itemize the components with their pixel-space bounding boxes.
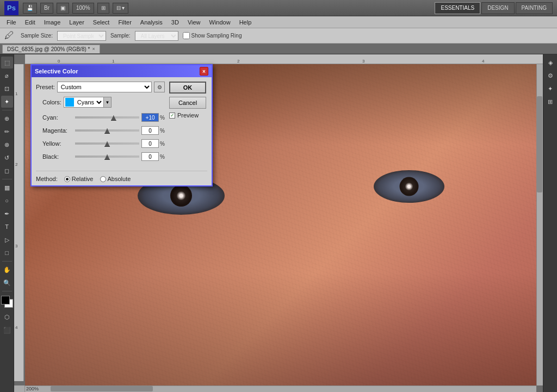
preview-row: ✓ Preview (169, 112, 207, 119)
black-slider-track[interactable] (75, 151, 139, 162)
samples-select[interactable]: All Layers (135, 31, 178, 41)
menu-window[interactable]: Window (205, 18, 235, 27)
cyan-input[interactable] (141, 113, 159, 122)
cancel-button[interactable]: Cancel (169, 97, 206, 109)
tool-history-brush[interactable]: ↺ (1, 152, 13, 164)
bridge-button[interactable]: Br (40, 3, 53, 14)
tool-gradient[interactable]: ▦ (1, 182, 13, 194)
tool-quick-mask[interactable]: ⬡ (1, 311, 13, 323)
show-sampling-ring-label[interactable]: Show Sampling Ring (183, 32, 242, 39)
menu-view[interactable]: View (183, 18, 205, 27)
color-boxes[interactable] (1, 296, 13, 308)
arrange-button[interactable]: ⊞ (97, 3, 109, 14)
tool-path-selection[interactable]: ▷ (1, 234, 13, 246)
panel-tool-1[interactable]: ◈ (544, 57, 556, 69)
top-bar: Ps 💾 Br ▣ 100% ⊞ ⊟ ▾ ESSENTIALS DESIGN P… (0, 0, 557, 16)
colors-select-wrap[interactable]: Cyans ▼ (64, 97, 112, 108)
menu-3d[interactable]: 3D (167, 18, 183, 27)
ok-button[interactable]: OK (169, 82, 206, 94)
yellow-input[interactable] (141, 139, 159, 148)
tab-bar: DSC_6835.jpg @ 200% (RGB/8) * × (0, 43, 557, 54)
panel-tool-2[interactable]: ⚙ (544, 70, 556, 82)
tool-zoom[interactable]: 🔍 (1, 277, 13, 289)
cyan-thumb[interactable] (111, 115, 116, 121)
sample-size-select[interactable]: Point Sample (57, 31, 106, 41)
tool-clone[interactable]: ⊗ (1, 139, 13, 151)
document-tab[interactable]: DSC_6835.jpg @ 200% (RGB/8) * × (2, 45, 100, 53)
zoom-display[interactable]: 100% (72, 3, 94, 14)
tool-type[interactable]: T (1, 221, 13, 233)
magenta-thumb[interactable] (104, 128, 110, 134)
preset-select[interactable]: Custom (57, 82, 152, 92)
method-relative-label[interactable]: Relative (64, 176, 94, 182)
scrollbar-vertical[interactable] (536, 64, 543, 385)
scroll-thumb-vertical[interactable] (537, 96, 542, 192)
menu-analysis[interactable]: Analysis (136, 18, 167, 27)
dialog-close-button[interactable]: × (200, 67, 208, 76)
tool-hand[interactable]: ✋ (1, 264, 13, 276)
tool-brush[interactable]: ✏ (1, 126, 13, 138)
tool-screen-mode[interactable]: ⬛ (1, 324, 13, 336)
eyedropper-tool-icon: 🖊 (4, 30, 14, 41)
yellow-slider-track[interactable] (75, 138, 139, 149)
menu-image[interactable]: Image (40, 18, 65, 27)
preset-settings-button[interactable]: ⚙ (154, 82, 165, 92)
tool-eraser[interactable]: ◻ (1, 165, 13, 177)
method-absolute-label[interactable]: Absolute (100, 176, 131, 182)
workspace-design[interactable]: DESIGN (481, 2, 514, 14)
menu-file[interactable]: File (2, 18, 21, 27)
ruler-mark-2: 2 (237, 59, 239, 64)
scroll-thumb-horizontal[interactable] (51, 386, 153, 391)
layout-button[interactable]: ⊟ ▾ (113, 3, 129, 14)
menu-edit[interactable]: Edit (21, 18, 40, 27)
ruler-horizontal: 0 1 2 3 4 (25, 54, 543, 64)
yellow-thumb[interactable] (104, 141, 110, 147)
workspace-essentials[interactable]: ESSENTIALS (435, 2, 480, 14)
menu-layer[interactable]: Layer (65, 18, 89, 27)
magenta-slider-track[interactable] (75, 125, 139, 136)
main-area: ⬚ ⌀ ⊡ ✦ ⊕ ✏ ⊗ ↺ ◻ ▦ ○ ✒ T ▷ □ ✋ 🔍 ⬡ ⬛ 0 … (0, 54, 557, 392)
method-absolute-radio[interactable] (100, 176, 106, 182)
menu-select[interactable]: Select (89, 18, 114, 27)
tool-pen[interactable]: ✒ (1, 208, 13, 220)
colors-dropdown-arrow[interactable]: ▼ (103, 97, 111, 107)
tool-crop[interactable]: ⊡ (1, 83, 13, 95)
panel-tool-4[interactable]: ⊞ (544, 96, 556, 108)
tool-rectangle[interactable]: □ (1, 247, 13, 259)
tool-dodge[interactable]: ○ (1, 195, 13, 207)
black-thumb[interactable] (104, 154, 110, 160)
tool-eyedropper[interactable]: ✦ (1, 96, 13, 108)
scroll-corner (14, 385, 25, 392)
cyan-label: Cyan: (42, 114, 75, 121)
black-input[interactable] (141, 152, 159, 161)
toolbar-divider-3 (2, 261, 12, 262)
dialog-titlebar[interactable]: Selective Color × (32, 65, 212, 77)
save-button[interactable]: 💾 (23, 3, 37, 14)
tool-marquee[interactable]: ⬚ (1, 57, 13, 69)
method-absolute-text: Absolute (108, 176, 131, 182)
tool-spot-healing[interactable]: ⊕ (1, 113, 13, 125)
tool-lasso[interactable]: ⌀ (1, 70, 13, 82)
panel-tool-3[interactable]: ✦ (544, 83, 556, 95)
color-swatch-cyan (65, 98, 74, 107)
tab-title: DSC_6835.jpg @ 200% (RGB/8) * (7, 46, 90, 52)
view-mode-button[interactable]: ▣ (57, 3, 69, 14)
menu-filter[interactable]: Filter (114, 18, 135, 27)
cyan-slider-track[interactable] (75, 112, 139, 123)
magenta-input[interactable] (141, 126, 159, 135)
tab-close-button[interactable]: × (92, 46, 95, 52)
menu-bar: File Edit Image Layer Select Filter Anal… (0, 16, 557, 28)
magenta-pct: % (160, 128, 165, 134)
preview-checkbox[interactable]: ✓ (169, 113, 175, 119)
colors-select[interactable]: Cyans (75, 97, 103, 107)
scrollbar-horizontal[interactable] (25, 385, 536, 392)
ruler-mark-0: 0 (58, 59, 60, 64)
show-sampling-ring-checkbox[interactable] (183, 32, 190, 39)
workspace-painting[interactable]: PAINTING (516, 2, 553, 14)
method-relative-radio[interactable] (64, 176, 70, 182)
yellow-track (75, 142, 139, 145)
left-pupil (170, 185, 192, 207)
menu-help[interactable]: Help (235, 18, 256, 27)
ruler-mark-3: 3 (362, 59, 364, 64)
foreground-color-box[interactable] (1, 296, 10, 304)
